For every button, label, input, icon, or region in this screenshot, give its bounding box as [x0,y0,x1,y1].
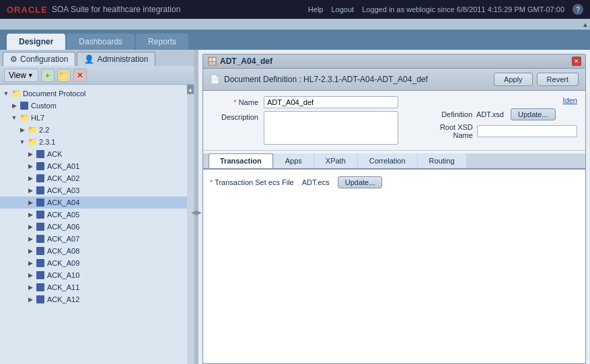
add-button[interactable]: + [41,69,54,82]
tab-dashboards[interactable]: Dashboards [67,34,135,50]
tree-item-ack-a11[interactable]: ▶ ACK_A11 [0,281,187,293]
expand-icon[interactable]: ▼ [11,114,17,121]
expand-icon[interactable]: ▶ [27,187,34,194]
left-sub-tabs: ⚙ Configuration 👤 Administration [0,50,194,66]
tree-root[interactable]: ▼ 📁 Document Protocol [0,87,187,100]
expand-icon[interactable]: ▼ [19,139,26,145]
tab-transaction[interactable]: Transaction [209,153,273,168]
tree-item-ack-a04[interactable]: ▶ ACK_A04 [0,196,187,209]
iden-link[interactable]: Iden [563,96,577,104]
tree-item-label: ACK_A12 [47,295,79,303]
apply-button[interactable]: Apply [494,73,533,86]
tree-item-ack-a07[interactable]: ▶ ACK_A07 [0,233,187,245]
tree-item-ack-a12[interactable]: ▶ ACK_A12 [0,293,187,305]
expand-icon[interactable]: ▼ [3,90,9,97]
definition-update-button[interactable]: Update... [511,108,556,120]
tree-item-ack-a06[interactable]: ▶ ACK_A06 [0,221,187,233]
expand-icon[interactable]: ▶ [27,235,34,242]
tree-item-custom[interactable]: ▶ Custom [0,100,187,112]
doc-icon [36,295,45,304]
tree-item-v231[interactable]: ▼ 📁 2.3.1 [0,136,187,148]
delete-button[interactable]: ✕ [73,69,87,82]
view-label: View [9,71,26,80]
name-input[interactable] [264,96,398,108]
description-input[interactable] [264,111,398,145]
expand-icon[interactable]: ▶ [27,199,34,206]
tree-item-ack-a10[interactable]: ▶ ACK_A10 [0,269,187,281]
right-panel: 🪟 ADT_A04_def ✕ 📄 Document Definition : … [198,50,590,364]
tree-item-ack-a03[interactable]: ▶ ACK_A03 [0,184,187,196]
doc-icon [36,198,45,207]
doc-icon [36,174,45,183]
tab-reports[interactable]: Reports [136,34,188,50]
logout-link[interactable]: Logout [331,5,354,13]
tree-item-ack[interactable]: ▶ ACK [0,148,187,160]
tree-item-label: ACK_A03 [47,186,79,194]
tree-item-v22[interactable]: ▶ 📁 2.2 [0,124,187,136]
app-title: SOA Suite for healthcare integration [52,5,180,14]
tree-item-label: ACK_A08 [47,247,79,255]
doc-icon [36,246,45,256]
expand-icon[interactable]: ▶ [27,296,34,303]
expand-icon[interactable]: ▶ [27,248,34,254]
expand-icon[interactable]: ▶ [27,175,34,182]
left-scrollbar[interactable]: ▲ ▼ [187,85,194,364]
scroll-up-btn[interactable]: ▲ [187,85,194,94]
top-scrollbar[interactable]: ▲ [0,19,590,30]
doc-icon [36,283,45,292]
expand-icon[interactable]: ▶ [27,211,34,218]
expand-icon[interactable]: ▶ [19,126,26,133]
top-links: Help Logout Logged in as weblogic since … [308,4,583,15]
tree-item-label: ACK_A09 [47,259,79,267]
help-link[interactable]: Help [308,5,324,13]
folder-button[interactable]: 📁 [57,69,71,82]
admin-label: Administration [97,54,148,64]
window-title: 🪟 ADT_A04_def [207,57,272,66]
scroll-up-icon[interactable]: ▲ [582,21,589,28]
expand-icon[interactable]: ▶ [27,284,34,291]
tab-routing[interactable]: Routing [418,153,466,168]
doc-def-title-text: Document Definition : HL7-2.3.1-ADT-A04-… [224,75,428,84]
window-title-text: ADT_A04_def [220,57,272,66]
tree-item-hl7[interactable]: ▼ 📁 HL7 [0,112,187,124]
tree-item-ack-a08[interactable]: ▶ ACK_A08 [0,245,187,257]
tree-item-label: ACK_A11 [47,283,79,291]
tab-xpath[interactable]: XPath [314,153,357,168]
form-description-row: Description [211,111,398,145]
doc-icon [36,258,45,268]
tree-item-label: 2.2 [39,126,49,134]
tree-item-label: ACK_A10 [47,271,79,279]
expand-icon[interactable]: ▶ [27,260,34,266]
left-toolbar: View ▼ + 📁 ✕ [0,66,194,85]
window-close-button[interactable]: ✕ [572,57,581,66]
tree-item-ack-a09[interactable]: ▶ ACK_A09 [0,257,187,269]
expand-icon[interactable]: ▶ [27,223,34,230]
tree-item-ack-a05[interactable]: ▶ ACK_A05 [0,209,187,221]
tab-correlation[interactable]: Correlation [358,153,417,168]
transaction-update-button[interactable]: Update... [338,176,383,188]
tab-designer[interactable]: Designer [7,34,65,50]
main-tabs: Designer Dashboards Reports [0,30,590,50]
definition-value: ADT.xsd [476,110,504,118]
view-dropdown[interactable]: View ▼ [4,69,38,82]
tab-configuration[interactable]: ⚙ Configuration [3,52,75,66]
doc-icon [36,161,45,171]
left-panel: ⚙ Configuration 👤 Administration View ▼ … [0,50,194,364]
tree-item-ack-a02[interactable]: ▶ ACK_A02 [0,172,187,184]
tree-item-ack-a01[interactable]: ▶ ACK_A01 [0,160,187,172]
oracle-logo: ORACLE [7,5,48,15]
transaction-set-value: ADT.ecs [302,178,330,186]
doc-icon [36,222,45,231]
expand-icon[interactable]: ▶ [27,163,34,170]
help-circle-icon: ? [573,4,583,15]
logo-area: ORACLE SOA Suite for healthcare integrat… [7,5,180,15]
tab-apps[interactable]: Apps [274,153,314,168]
tab-administration[interactable]: 👤 Administration [77,52,155,66]
root-xsd-input[interactable] [477,125,577,137]
expand-icon[interactable]: ▶ [27,151,34,157]
tab-content-area: Transaction Set ecs File ADT.ecs Update.… [203,170,585,363]
revert-button[interactable]: Revert [537,73,579,86]
expand-icon[interactable]: ▶ [27,272,34,279]
expand-icon[interactable]: ▶ [11,102,17,109]
doc-icon [20,101,29,110]
